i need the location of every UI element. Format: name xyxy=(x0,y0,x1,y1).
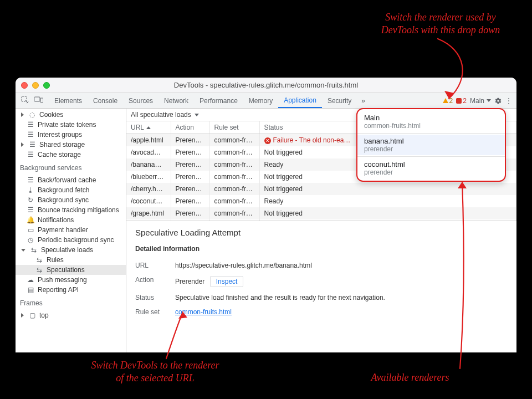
cell-ruleset: common-fr… xyxy=(209,146,259,158)
sidebar-item-reporting-api[interactable]: ▤Reporting API xyxy=(16,285,126,295)
cell-url: /coconut… xyxy=(126,195,171,207)
detail-heading: Speculative Loading Attempt xyxy=(135,228,508,237)
cell-action: Prerender xyxy=(171,183,209,195)
sidebar-item-speculations[interactable]: ⇆Speculations xyxy=(16,265,126,275)
download-icon: ⭳ xyxy=(27,186,34,194)
cookie-icon: ◌ xyxy=(28,111,36,119)
col-action[interactable]: Action xyxy=(171,121,209,134)
bell-icon: 🔔 xyxy=(27,216,34,224)
cell-action: Prerender xyxy=(171,171,209,183)
cloud-icon: ☁ xyxy=(27,276,34,284)
window-title: DevTools - speculative-rules.glitch.me/c… xyxy=(16,81,516,89)
detail-action-value: Prerender xyxy=(175,278,204,285)
database-icon: ☰ xyxy=(27,206,34,214)
tab-console[interactable]: Console xyxy=(88,93,123,108)
errors-badge[interactable]: 2 xyxy=(456,97,467,105)
sidebar-item-cache-storage[interactable]: ☰Cache storage xyxy=(16,150,126,160)
tab-elements[interactable]: Elements xyxy=(49,93,88,108)
sidebar-item-cookies[interactable]: ◌Cookies xyxy=(16,110,126,120)
database-icon: ☰ xyxy=(27,131,34,139)
renderer-option-coconut[interactable]: coconut.html prerender xyxy=(357,158,505,178)
application-sidebar[interactable]: ◌Cookies ☰Private state tokens ☰Interest… xyxy=(16,109,126,352)
detail-action-label: Action xyxy=(135,276,168,287)
sidebar-item-top-frame[interactable]: ▢top xyxy=(16,310,126,320)
sidebar-item-push-messaging[interactable]: ☁Push messaging xyxy=(16,275,126,285)
renderer-option-main[interactable]: Main common-fruits.html xyxy=(357,111,505,132)
error-icon: ✕ xyxy=(264,137,271,144)
sidebar-item-rules[interactable]: ⇆Rules xyxy=(16,255,126,265)
tab-performance[interactable]: Performance xyxy=(194,93,243,108)
close-window-icon[interactable] xyxy=(21,82,28,89)
sidebar-header-frames: Frames xyxy=(16,296,126,309)
table-row[interactable]: /grape.htmlPrerendercommon-fr…Not trigge… xyxy=(126,207,516,219)
table-row[interactable]: /cherry.h…Prerendercommon-fr…Not trigger… xyxy=(126,183,516,195)
cell-url: /apple.html xyxy=(126,134,171,147)
sidebar-item-notifications[interactable]: 🔔Notifications xyxy=(16,215,126,225)
database-icon: ☰ xyxy=(27,176,34,184)
tab-network[interactable]: Network xyxy=(158,93,194,108)
cell-status: Ready xyxy=(259,195,516,207)
renderer-option-banana[interactable]: banana.html prerender xyxy=(357,135,505,155)
swap-icon: ⇆ xyxy=(35,266,43,274)
cell-status: Not triggered xyxy=(259,183,516,195)
database-icon: ☰ xyxy=(27,151,34,158)
sync-icon: ↻ xyxy=(27,196,34,204)
inspect-button[interactable]: Inspect xyxy=(210,276,244,287)
detail-ruleset-label: Rule set xyxy=(135,308,168,316)
cell-url: /blueberr… xyxy=(126,171,171,183)
detail-subheading: Detailed information xyxy=(135,245,508,253)
swap-icon: ⇆ xyxy=(35,256,43,264)
tab-application[interactable]: Application xyxy=(278,93,322,108)
settings-icon[interactable] xyxy=(494,97,502,105)
annotation-bottom-right: Available renderers xyxy=(355,371,466,384)
tab-sources[interactable]: Sources xyxy=(123,93,158,108)
detail-url-value: https://speculative-rules.glitch.me/bana… xyxy=(175,262,508,269)
frame-icon: ▢ xyxy=(28,311,36,319)
detail-url-label: URL xyxy=(135,262,168,269)
sidebar-item-private-state-tokens[interactable]: ☰Private state tokens xyxy=(16,120,126,130)
sidebar-item-background-fetch[interactable]: ⭳Background fetch xyxy=(16,185,126,195)
cell-url: /cherry.h… xyxy=(126,183,171,195)
cell-action: Prerender xyxy=(171,207,209,219)
device-toolbar-icon[interactable] xyxy=(34,96,43,105)
renderer-selector[interactable]: Main xyxy=(470,97,491,105)
maximize-window-icon[interactable] xyxy=(43,82,50,89)
inspect-element-icon[interactable] xyxy=(21,96,29,105)
minimize-window-icon[interactable] xyxy=(32,82,39,89)
error-icon xyxy=(456,98,462,104)
database-icon: ☰ xyxy=(27,121,34,129)
sidebar-item-shared-storage[interactable]: ☰Shared storage xyxy=(16,140,126,150)
sidebar-item-bounce-tracking[interactable]: ☰Bounce tracking mitigations xyxy=(16,205,126,215)
sidebar-item-background-sync[interactable]: ↻Background sync xyxy=(16,195,126,205)
traffic-lights xyxy=(21,82,50,89)
sidebar-item-bfcache[interactable]: ☰Back/forward cache xyxy=(16,175,126,185)
cell-action: Prerender xyxy=(171,134,209,147)
col-ruleset[interactable]: Rule set xyxy=(209,121,259,134)
renderer-selector-label: Main xyxy=(470,97,484,105)
tab-memory[interactable]: Memory xyxy=(243,93,278,108)
devtools-tabstrip: Elements Console Sources Network Perform… xyxy=(16,93,516,109)
annotation-top: Switch the renderer used by DevTools wit… xyxy=(366,11,515,37)
tab-security[interactable]: Security xyxy=(322,93,357,108)
warnings-badge[interactable]: 2 xyxy=(443,97,453,105)
tabs-overflow[interactable]: » xyxy=(357,93,370,108)
cell-action: Prerender xyxy=(171,158,209,171)
sidebar-item-periodic-sync[interactable]: ◷Periodic background sync xyxy=(16,235,126,245)
col-url[interactable]: URL xyxy=(126,121,171,134)
filter-label: All speculative loads xyxy=(131,111,191,119)
renderer-dropdown[interactable]: Main common-fruits.html banana.html prer… xyxy=(356,108,506,182)
clock-icon: ◷ xyxy=(27,236,34,244)
detail-ruleset-link[interactable]: common-fruits.html xyxy=(175,308,232,316)
sidebar-item-speculative-loads[interactable]: ⇆Speculative loads xyxy=(16,245,126,255)
chevron-down-icon xyxy=(487,99,491,102)
cell-url: /banana… xyxy=(126,158,171,171)
sidebar-item-payment-handler[interactable]: ▭Payment handler xyxy=(16,225,126,235)
cell-url: /avocad… xyxy=(126,146,171,158)
panel-tabs: Elements Console Sources Network Perform… xyxy=(49,93,357,108)
swap-icon: ⇆ xyxy=(30,246,38,254)
kebab-menu-icon[interactable]: ⋮ xyxy=(505,97,512,105)
sidebar-header-background-services: Background services xyxy=(16,161,126,174)
sidebar-item-interest-groups[interactable]: ☰Interest groups xyxy=(16,130,126,140)
card-icon: ▭ xyxy=(27,226,34,234)
table-row[interactable]: /coconut…Prerendercommon-fr…Ready xyxy=(126,195,516,207)
